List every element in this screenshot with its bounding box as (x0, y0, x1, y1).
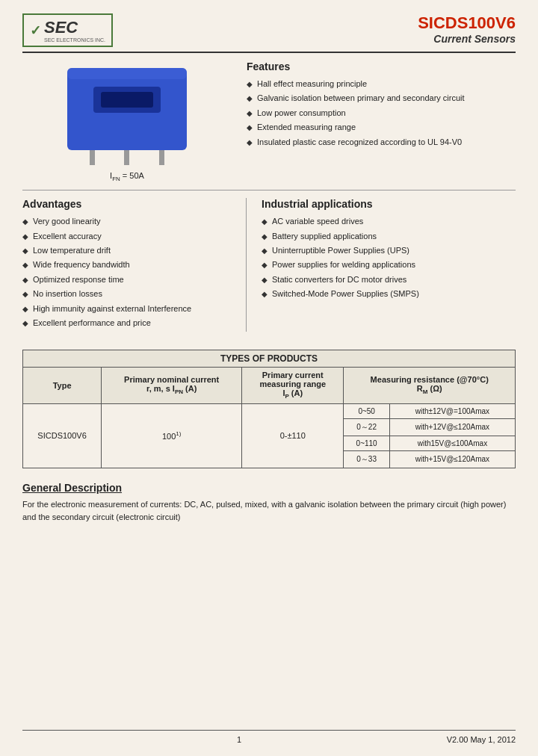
products-table: TYPES OF PRODUCTS Type Primary nominal c… (22, 350, 516, 468)
col1-header: Type (23, 368, 102, 403)
app-item-6: ◆Switched-Mode Power Supplies (SMPS) (262, 288, 516, 300)
adv-bullet-3: ◆ (22, 246, 28, 256)
header-divider (22, 52, 516, 53)
app-bullet-2: ◆ (262, 232, 268, 242)
logo-text: SEC (44, 18, 78, 37)
product-subtitle: Current Sensors (418, 33, 516, 45)
page: ✓ SEC SEC ELECTRONICS INC. SICDS100V6 Cu… (0, 0, 538, 756)
adv-text-5: Optimized response time (33, 274, 124, 285)
applications-list: ◆AC variable speed drives ◆Battery suppl… (262, 216, 516, 300)
adv-text-6: No insertion losses (33, 288, 102, 300)
adv-bullet-1: ◆ (22, 217, 28, 227)
footer: 1 V2.00 May 1, 2012 (22, 730, 516, 744)
advantages-title: Advantages (22, 198, 234, 210)
measure-range-4: 0～33 (344, 450, 389, 468)
measure-desc-3: with15V@≤100Amax (389, 436, 515, 450)
col2-header: Primary nominal currentr, m, s IPN (A) (102, 368, 242, 403)
feature-text-5: Insulated plastic case recognized accord… (257, 137, 462, 148)
adv-item-2: ◆Excellent accuracy (22, 231, 234, 242)
image-section: IFN = 50A (22, 61, 232, 182)
measure-desc-2: with+12V@≤120Amax (389, 418, 515, 436)
app-text-4: Power supplies for welding applications (272, 259, 415, 270)
app-item-1: ◆AC variable speed drives (262, 216, 516, 227)
features-list: ◆ Hall effect measuring principle ◆ Galv… (247, 78, 516, 148)
feature-item-5: ◆ Insulated plastic case recognized acco… (247, 137, 516, 148)
measure-range-2: 0～22 (344, 418, 389, 436)
adv-text-4: Wide frequency bandwidth (33, 259, 130, 270)
adv-bullet-7: ◆ (22, 304, 28, 315)
table-range-cell: 0-±110 (242, 403, 344, 468)
feature-text-2: Galvanic isolation between primary and s… (257, 93, 465, 104)
adv-text-8: Excellent performance and price (33, 317, 151, 329)
adv-bullet-8: ◆ (22, 318, 28, 329)
bullet-icon-5: ◆ (247, 137, 253, 148)
adv-text-2: Excellent accuracy (33, 231, 102, 242)
adv-text-3: Low temperature drift (33, 245, 111, 256)
app-bullet-6: ◆ (262, 289, 268, 300)
sensor-svg (52, 61, 202, 165)
table-title: TYPES OF PRODUCTS (23, 350, 516, 368)
bullet-icon-3: ◆ (247, 108, 253, 119)
app-bullet-4: ◆ (262, 260, 268, 270)
app-text-1: AC variable speed drives (272, 216, 363, 227)
table-type-cell: SICDS100V6 (23, 403, 102, 468)
svg-rect-5 (159, 150, 164, 165)
caption-sub: FN (112, 176, 120, 182)
table-section: TYPES OF PRODUCTS Type Primary nominal c… (22, 350, 516, 468)
app-text-5: Static converters for DC motor drives (272, 274, 406, 285)
feature-text-1: Hall effect measuring principle (257, 78, 367, 90)
bullet-icon-4: ◆ (247, 123, 253, 133)
logo-checkmark-icon: ✓ (30, 22, 41, 39)
middle-section: Advantages ◆Very good linearity ◆Excelle… (22, 198, 516, 339)
image-caption: IFN = 50A (110, 171, 144, 182)
app-bullet-3: ◆ (262, 246, 268, 256)
applications-title: Industrial applications (262, 198, 516, 210)
feature-item-3: ◆ Low power consumption (247, 108, 516, 119)
measure-desc-4: with+15V@≤120Amax (389, 450, 515, 468)
svg-rect-4 (124, 150, 129, 165)
footer-version: V2.00 May 1, 2012 (396, 735, 516, 744)
footer-page-number: 1 (237, 735, 241, 744)
adv-bullet-2: ◆ (22, 232, 28, 242)
app-bullet-1: ◆ (262, 217, 268, 227)
adv-bullet-5: ◆ (22, 275, 28, 285)
feature-item-2: ◆ Galvanic isolation between primary and… (247, 93, 516, 104)
general-description: General Description For the electronic m… (22, 482, 516, 524)
advantages-list: ◆Very good linearity ◆Excellent accuracy… (22, 216, 234, 329)
bullet-icon-1: ◆ (247, 79, 253, 90)
app-item-3: ◆Uninterruptible Power Supplies (UPS) (262, 245, 516, 256)
bullet-icon-2: ◆ (247, 93, 253, 104)
features-section: Features ◆ Hall effect measuring princip… (247, 61, 516, 182)
adv-bullet-4: ◆ (22, 260, 28, 270)
adv-item-3: ◆Low temperature drift (22, 245, 234, 256)
measure-range-3: 0~110 (344, 436, 389, 450)
app-item-4: ◆Power supplies for welding applications (262, 259, 516, 270)
adv-text-7: High immunity against external Interfere… (33, 303, 191, 315)
header: ✓ SEC SEC ELECTRONICS INC. SICDS100V6 Cu… (22, 13, 516, 47)
col3-header: Primary currentmeasuring rangeIP (A) (242, 368, 344, 403)
top-section: IFN = 50A Features ◆ Hall effect measuri… (22, 61, 516, 190)
feature-text-3: Low power consumption (257, 108, 346, 119)
measure-desc-1: with±12V@=100Amax (389, 403, 515, 418)
adv-bullet-6: ◆ (22, 289, 28, 300)
logo-subtitle: SEC ELECTRONICS INC. (44, 37, 105, 43)
svg-rect-2 (101, 92, 153, 108)
app-item-5: ◆Static converters for DC motor drives (262, 274, 516, 285)
advantages-section: Advantages ◆Very good linearity ◆Excelle… (22, 198, 247, 332)
sensor-image (52, 61, 202, 165)
logo-box: ✓ SEC SEC ELECTRONICS INC. (22, 13, 113, 47)
product-title: SICDS100V6 (418, 13, 516, 33)
logo-area: ✓ SEC SEC ELECTRONICS INC. (22, 13, 113, 47)
app-text-6: Switched-Mode Power Supplies (SMPS) (272, 288, 419, 300)
general-desc-text: For the electronic measurement of curren… (22, 498, 516, 524)
table-nominal-cell: 1001) (102, 403, 242, 468)
app-bullet-5: ◆ (262, 275, 268, 285)
general-desc-title: General Description (22, 482, 516, 494)
title-area: SICDS100V6 Current Sensors (418, 13, 516, 45)
feature-text-4: Extended measuring range (257, 122, 356, 133)
adv-text-1: Very good linearity (33, 216, 101, 227)
feature-item-1: ◆ Hall effect measuring principle (247, 78, 516, 90)
app-text-2: Battery supplied applications (272, 231, 377, 242)
adv-item-7: ◆High immunity against external Interfer… (22, 303, 234, 315)
adv-item-1: ◆Very good linearity (22, 216, 234, 227)
